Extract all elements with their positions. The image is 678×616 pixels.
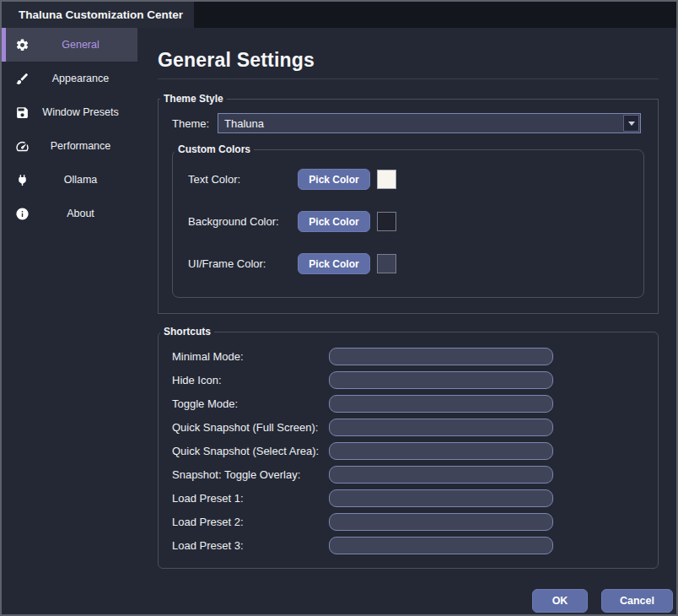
sidebar-item-label: About — [30, 208, 137, 219]
shortcut-row-hide-icon: Hide Icon: — [172, 371, 658, 389]
text-color-swatch — [377, 170, 396, 189]
shortcut-row-toggle-mode: Toggle Mode: — [172, 395, 658, 413]
background-color-row: Background Color: Pick Color — [188, 211, 643, 232]
background-color-label: Background Color: — [188, 215, 298, 228]
titlebar-tab: Thaluna Customization Center — [2, 2, 194, 28]
page-title: General Settings — [158, 28, 659, 72]
sidebar-item-window-presets[interactable]: Window Presets — [2, 95, 137, 129]
shortcut-label: Minimal Mode: — [172, 350, 329, 363]
pick-background-color-button[interactable]: Pick Color — [298, 211, 370, 232]
pick-text-color-button[interactable]: Pick Color — [298, 169, 370, 190]
background-color-swatch — [377, 212, 396, 231]
customization-window: Thaluna Customization Center General App… — [0, 0, 678, 616]
sidebar-item-label: Performance — [30, 140, 137, 152]
shortcut-row-snapshot-toggle-overlay: Snapshot: Toggle Overlay: — [172, 466, 658, 484]
dropdown-arrow-button[interactable] — [623, 115, 639, 132]
sidebar-item-label: Window Presets — [30, 106, 137, 118]
shortcut-input-load-preset-1[interactable] — [329, 489, 553, 507]
sidebar-item-general[interactable]: General — [2, 28, 137, 62]
pick-ui-frame-color-button[interactable]: Pick Color — [298, 253, 370, 274]
info-icon — [13, 205, 30, 222]
ui-frame-color-row: UI/Frame Color: Pick Color — [188, 253, 643, 274]
shortcut-label: Quick Snapshot (Select Area): — [172, 445, 329, 457]
ok-button[interactable]: OK — [532, 589, 588, 613]
theme-style-group-label: Theme Style — [160, 93, 227, 105]
shortcut-input-toggle-mode[interactable] — [329, 395, 553, 413]
theme-dropdown[interactable]: Thaluna — [218, 113, 641, 133]
shortcuts-group: Shortcuts Minimal Mode: Hide Icon: Toggl… — [158, 326, 659, 569]
gear-icon — [13, 36, 30, 53]
sidebar: General Appearance Window Presets Perfor… — [2, 28, 137, 230]
brush-icon — [13, 70, 30, 87]
theme-label: Theme: — [172, 117, 216, 130]
shortcut-input-load-preset-2[interactable] — [329, 513, 553, 531]
custom-colors-group: Custom Colors Text Color: Pick Color Bac… — [172, 143, 644, 298]
sidebar-item-label: General — [30, 39, 137, 51]
shortcut-input-quick-snapshot-area[interactable] — [329, 442, 553, 460]
titlebar[interactable]: Thaluna Customization Center — [2, 2, 676, 28]
shortcut-label: Hide Icon: — [172, 374, 329, 386]
sidebar-item-performance[interactable]: Performance — [2, 129, 137, 163]
shortcut-row-load-preset-3: Load Preset 3: — [172, 537, 658, 554]
shortcut-input-minimal-mode[interactable] — [329, 348, 553, 365]
shortcut-input-quick-snapshot-full[interactable] — [329, 419, 553, 436]
shortcut-input-load-preset-3[interactable] — [329, 537, 553, 554]
main-panel: General Settings Theme Style Theme: Thal… — [158, 28, 659, 614]
shortcuts-group-label: Shortcuts — [160, 326, 214, 338]
floppy-disk-icon — [13, 104, 30, 121]
shortcut-input-snapshot-toggle-overlay[interactable] — [329, 466, 553, 484]
theme-row: Theme: Thaluna — [172, 113, 641, 133]
theme-style-group: Theme Style Theme: Thaluna Custom Colors… — [158, 93, 659, 314]
sidebar-item-ollama[interactable]: Ollama — [2, 163, 137, 197]
shortcut-row-minimal-mode: Minimal Mode: — [172, 348, 658, 365]
shortcut-label: Load Preset 3: — [172, 539, 329, 552]
text-color-row: Text Color: Pick Color — [188, 169, 643, 190]
ui-frame-color-label: UI/Frame Color: — [188, 257, 298, 270]
shortcut-row-quick-snapshot-area: Quick Snapshot (Select Area): — [172, 442, 658, 460]
theme-dropdown-value: Thaluna — [218, 117, 623, 130]
sidebar-item-appearance[interactable]: Appearance — [2, 62, 137, 95]
text-color-label: Text Color: — [188, 173, 298, 186]
ui-frame-color-swatch — [377, 254, 396, 273]
shortcut-row-quick-snapshot-full: Quick Snapshot (Full Screen): — [172, 419, 658, 436]
dialog-footer: OK Cancel — [532, 589, 673, 613]
shortcut-input-hide-icon[interactable] — [329, 371, 553, 389]
shortcut-label: Load Preset 2: — [172, 516, 329, 528]
window-title: Thaluna Customization Center — [19, 8, 183, 21]
title-separator — [158, 78, 659, 79]
shortcut-label: Quick Snapshot (Full Screen): — [172, 421, 329, 434]
custom-colors-group-label: Custom Colors — [175, 143, 254, 155]
cancel-button[interactable]: Cancel — [601, 589, 673, 613]
shortcut-label: Toggle Mode: — [172, 397, 329, 410]
plug-icon — [13, 171, 30, 188]
shortcut-label: Snapshot: Toggle Overlay: — [172, 468, 329, 481]
sidebar-item-label: Ollama — [30, 174, 137, 186]
speedometer-icon — [13, 138, 30, 154]
sidebar-item-label: Appearance — [30, 73, 137, 84]
chevron-down-icon — [628, 122, 635, 126]
shortcut-row-load-preset-1: Load Preset 1: — [172, 489, 658, 507]
sidebar-item-about[interactable]: About — [2, 197, 137, 230]
shortcut-row-load-preset-2: Load Preset 2: — [172, 513, 658, 531]
shortcut-label: Load Preset 1: — [172, 492, 329, 505]
